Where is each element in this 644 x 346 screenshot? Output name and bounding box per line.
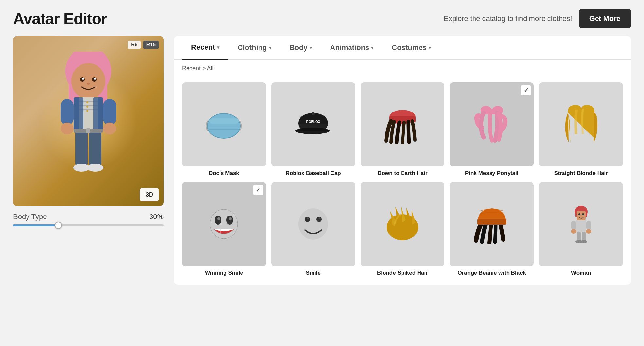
item-name-roblox-cap: Roblox Baseball Cap <box>286 170 341 177</box>
svg-rect-60 <box>477 219 506 225</box>
svg-rect-26 <box>86 128 90 133</box>
right-panel: Recent ▾ Clothing ▾ Body ▾ Animations ▾ … <box>174 36 631 285</box>
main-layout: R6 R15 <box>13 36 631 285</box>
tab-recent-chevron: ▾ <box>217 45 219 50</box>
item-thumbnail-down-earth-hair <box>361 82 445 166</box>
tab-costumes[interactable]: Costumes ▾ <box>383 36 440 59</box>
svg-point-3 <box>71 63 105 99</box>
item-card-blonde-hair[interactable]: Straight Blonde Hair <box>539 82 623 177</box>
tab-animations[interactable]: Animations ▾ <box>321 36 383 59</box>
tab-recent-label: Recent <box>191 43 215 52</box>
item-name-smile: Smile <box>306 269 321 277</box>
svg-point-52 <box>307 217 309 219</box>
get-more-button[interactable]: Get More <box>579 9 631 28</box>
svg-point-16 <box>86 101 88 103</box>
svg-point-53 <box>319 217 321 219</box>
page-title: Avatar Editor <box>13 10 107 28</box>
svg-rect-72 <box>577 232 581 241</box>
body-type-slider-row[interactable] <box>13 224 164 226</box>
r6-badge[interactable]: R6 <box>128 41 141 49</box>
body-type-percent: 30% <box>149 213 164 221</box>
item-card-pink-ponytail[interactable]: ✓ Pink Messy Ponytail <box>450 82 534 177</box>
svg-rect-34 <box>209 118 239 124</box>
svg-point-28 <box>87 164 103 172</box>
tab-body-label: Body <box>290 43 308 52</box>
svg-point-70 <box>571 229 576 234</box>
body-type-label: Body Type <box>13 213 149 221</box>
svg-point-49 <box>298 208 328 240</box>
svg-point-51 <box>316 217 322 222</box>
item-card-down-earth-hair[interactable]: Down to Earth Hair <box>361 82 445 177</box>
svg-point-75 <box>581 240 587 243</box>
item-card-docs-mask[interactable]: Doc's Mask <box>182 82 266 177</box>
catalog-promo-text: Explore the catalog to find more clothes… <box>444 14 572 23</box>
svg-point-66 <box>582 213 584 215</box>
item-card-winning-smile[interactable]: ✓ <box>182 182 266 277</box>
slider-track <box>13 224 164 226</box>
svg-point-22 <box>103 123 116 134</box>
avatar-viewport: R6 R15 <box>13 36 164 206</box>
item-thumbnail-orange-beanie <box>450 182 534 266</box>
tab-costumes-chevron: ▾ <box>429 45 431 50</box>
selected-check-winning-smile: ✓ <box>253 185 263 195</box>
slider-thumb[interactable] <box>55 222 62 229</box>
tab-clothing-chevron: ▾ <box>269 45 271 50</box>
avatar-figure <box>43 52 134 190</box>
svg-point-17 <box>86 106 88 108</box>
svg-rect-23 <box>75 130 88 165</box>
item-name-pink-ponytail: Pink Messy Ponytail <box>465 170 518 177</box>
svg-rect-68 <box>571 221 576 230</box>
svg-rect-64 <box>577 211 586 220</box>
rig-badges: R6 R15 <box>128 41 159 49</box>
tab-body-chevron: ▾ <box>310 45 312 50</box>
view-3d-button[interactable]: 3D <box>140 188 159 201</box>
tab-costumes-label: Costumes <box>392 43 426 52</box>
item-card-smile[interactable]: Smile <box>271 182 355 277</box>
item-card-orange-beanie[interactable]: Orange Beanie with Black <box>450 182 534 277</box>
svg-point-6 <box>82 78 84 80</box>
breadcrumb-current: All <box>207 65 214 72</box>
slider-fill <box>13 224 58 226</box>
svg-rect-24 <box>89 130 101 165</box>
body-type-section: Body Type 30% <box>13 213 164 221</box>
item-thumbnail-smile <box>271 182 355 266</box>
svg-point-50 <box>305 217 310 222</box>
svg-point-7 <box>94 78 96 80</box>
svg-point-65 <box>578 213 580 215</box>
svg-point-38 <box>312 112 315 115</box>
tabs-bar: Recent ▾ Clothing ▾ Body ▾ Animations ▾ … <box>174 36 631 60</box>
selected-check-pink-ponytail: ✓ <box>521 85 531 95</box>
tab-body[interactable]: Body ▾ <box>280 36 321 59</box>
r15-badge[interactable]: R15 <box>143 41 159 49</box>
item-name-docs-mask: Doc's Mask <box>209 170 239 177</box>
header-actions: Explore the catalog to find more clothes… <box>444 9 631 28</box>
svg-point-44 <box>217 217 220 220</box>
item-thumbnail-roblox-cap: ROBLOX <box>271 82 355 166</box>
breadcrumb-parent: Recent <box>182 65 201 72</box>
svg-point-18 <box>86 110 88 112</box>
item-name-orange-beanie: Orange Beanie with Black <box>457 269 526 277</box>
item-thumbnail-blonde-spiked <box>361 182 445 266</box>
svg-rect-69 <box>586 221 591 230</box>
item-thumbnail-blonde-hair <box>539 82 623 166</box>
tab-recent[interactable]: Recent ▾ <box>182 36 228 60</box>
tab-animations-chevron: ▾ <box>371 45 373 50</box>
item-card-woman[interactable]: Woman <box>539 182 623 277</box>
items-grid: Doc's Mask ROBLOX <box>174 77 631 285</box>
item-name-blonde-hair: Straight Blonde Hair <box>554 170 608 177</box>
item-thumbnail-winning-smile: ✓ <box>182 182 266 266</box>
item-name-blonde-spiked: Blonde Spiked Hair <box>377 269 428 277</box>
item-thumbnail-woman <box>539 182 623 266</box>
item-thumbnail-pink-ponytail: ✓ <box>450 82 534 166</box>
item-name-woman: Woman <box>571 269 591 277</box>
breadcrumb-separator: > <box>202 65 207 72</box>
tab-clothing-label: Clothing <box>238 43 267 52</box>
svg-rect-15 <box>93 97 103 130</box>
svg-point-71 <box>586 229 591 234</box>
svg-point-45 <box>229 217 232 220</box>
svg-rect-20 <box>103 99 116 125</box>
svg-rect-67 <box>576 220 586 232</box>
item-card-blonde-spiked[interactable]: Blonde Spiked Hair <box>361 182 445 277</box>
tab-clothing[interactable]: Clothing ▾ <box>228 36 280 59</box>
item-card-roblox-cap[interactable]: ROBLOX Roblox Baseball Cap <box>271 82 355 177</box>
